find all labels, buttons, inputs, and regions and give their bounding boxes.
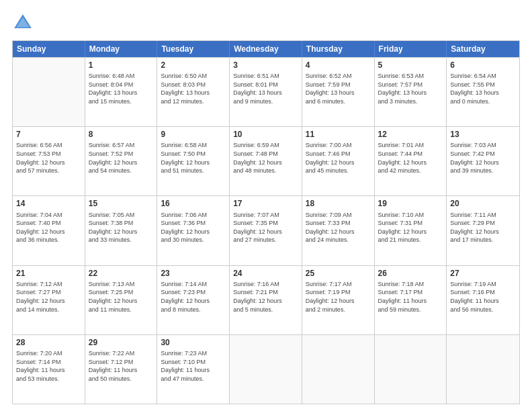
day-number: 13 [450, 129, 516, 140]
day-number: 10 [233, 129, 298, 140]
day-number: 30 [161, 337, 226, 348]
cal-cell-6: 6Sunrise: 6:54 AM Sunset: 7:55 PM Daylig… [447, 58, 519, 126]
header-day-monday: Monday [85, 41, 158, 57]
day-number: 29 [89, 337, 154, 348]
page: SundayMondayTuesdayWednesdayThursdayFrid… [0, 0, 532, 411]
cal-cell-empty-4-4 [302, 335, 375, 404]
cal-cell-9: 9Sunrise: 6:58 AM Sunset: 7:50 PM Daylig… [157, 127, 230, 195]
logo [12, 12, 36, 34]
cal-cell-22: 22Sunrise: 7:13 AM Sunset: 7:25 PM Dayli… [85, 266, 158, 334]
cal-cell-16: 16Sunrise: 7:06 AM Sunset: 7:36 PM Dayli… [157, 196, 230, 265]
day-number: 17 [233, 198, 298, 209]
cell-info: Sunrise: 7:22 AM Sunset: 7:12 PM Dayligh… [89, 349, 154, 383]
cal-cell-12: 12Sunrise: 7:01 AM Sunset: 7:44 PM Dayli… [375, 127, 447, 195]
day-number: 22 [89, 268, 154, 279]
cell-info: Sunrise: 7:19 AM Sunset: 7:16 PM Dayligh… [450, 280, 516, 314]
cal-cell-empty-4-5 [375, 335, 447, 404]
cal-cell-25: 25Sunrise: 7:17 AM Sunset: 7:19 PM Dayli… [302, 266, 375, 334]
cell-info: Sunrise: 6:57 AM Sunset: 7:52 PM Dayligh… [89, 141, 154, 175]
cal-cell-17: 17Sunrise: 7:07 AM Sunset: 7:35 PM Dayli… [230, 196, 302, 265]
cell-info: Sunrise: 6:50 AM Sunset: 8:03 PM Dayligh… [161, 72, 226, 105]
cal-cell-10: 10Sunrise: 6:59 AM Sunset: 7:48 PM Dayli… [230, 127, 302, 195]
cal-cell-19: 19Sunrise: 7:10 AM Sunset: 7:31 PM Dayli… [375, 196, 447, 265]
header-day-tuesday: Tuesday [157, 41, 230, 57]
cell-info: Sunrise: 7:03 AM Sunset: 7:42 PM Dayligh… [450, 141, 516, 175]
cell-info: Sunrise: 7:23 AM Sunset: 7:10 PM Dayligh… [161, 349, 226, 383]
cell-info: Sunrise: 7:01 AM Sunset: 7:44 PM Dayligh… [378, 141, 443, 175]
day-number: 6 [450, 60, 516, 71]
cal-cell-20: 20Sunrise: 7:11 AM Sunset: 7:29 PM Dayli… [447, 196, 519, 265]
day-number: 4 [306, 60, 371, 71]
cal-cell-8: 8Sunrise: 6:57 AM Sunset: 7:52 PM Daylig… [85, 127, 158, 195]
day-number: 18 [306, 198, 371, 209]
day-number: 5 [378, 60, 443, 71]
cell-info: Sunrise: 7:09 AM Sunset: 7:33 PM Dayligh… [306, 211, 371, 244]
day-number: 14 [16, 198, 81, 209]
calendar-header-row: SundayMondayTuesdayWednesdayThursdayFrid… [13, 41, 519, 57]
cell-info: Sunrise: 6:58 AM Sunset: 7:50 PM Dayligh… [161, 141, 226, 175]
header-day-sunday: Sunday [13, 41, 85, 57]
day-number: 20 [450, 198, 516, 209]
cell-info: Sunrise: 6:51 AM Sunset: 8:01 PM Dayligh… [233, 72, 298, 105]
day-number: 8 [89, 129, 154, 140]
header-day-saturday: Saturday [447, 41, 519, 57]
day-number: 26 [378, 268, 443, 279]
calendar-row-2: 7Sunrise: 6:56 AM Sunset: 7:53 PM Daylig… [13, 126, 519, 195]
cal-cell-14: 14Sunrise: 7:04 AM Sunset: 7:40 PM Dayli… [13, 196, 85, 265]
cal-cell-21: 21Sunrise: 7:12 AM Sunset: 7:27 PM Dayli… [13, 266, 85, 334]
header-day-wednesday: Wednesday [230, 41, 302, 57]
day-number: 15 [89, 198, 154, 209]
cell-info: Sunrise: 7:00 AM Sunset: 7:46 PM Dayligh… [306, 141, 371, 175]
calendar: SundayMondayTuesdayWednesdayThursdayFrid… [12, 40, 520, 404]
cal-cell-18: 18Sunrise: 7:09 AM Sunset: 7:33 PM Dayli… [302, 196, 375, 265]
day-number: 2 [161, 60, 226, 71]
cell-info: Sunrise: 7:12 AM Sunset: 7:27 PM Dayligh… [16, 280, 81, 314]
cell-info: Sunrise: 7:17 AM Sunset: 7:19 PM Dayligh… [306, 280, 371, 314]
cal-cell-5: 5Sunrise: 6:53 AM Sunset: 7:57 PM Daylig… [375, 58, 447, 126]
cal-cell-30: 30Sunrise: 7:23 AM Sunset: 7:10 PM Dayli… [157, 335, 230, 404]
cal-cell-26: 26Sunrise: 7:18 AM Sunset: 7:17 PM Dayli… [375, 266, 447, 334]
calendar-row-4: 21Sunrise: 7:12 AM Sunset: 7:27 PM Dayli… [13, 265, 519, 334]
cell-info: Sunrise: 7:10 AM Sunset: 7:31 PM Dayligh… [378, 211, 443, 244]
day-number: 3 [233, 60, 298, 71]
cell-info: Sunrise: 7:13 AM Sunset: 7:25 PM Dayligh… [89, 280, 154, 314]
cal-cell-2: 2Sunrise: 6:50 AM Sunset: 8:03 PM Daylig… [157, 58, 230, 126]
cell-info: Sunrise: 7:18 AM Sunset: 7:17 PM Dayligh… [378, 280, 443, 314]
cell-info: Sunrise: 6:53 AM Sunset: 7:57 PM Dayligh… [378, 72, 443, 105]
day-number: 1 [89, 60, 154, 71]
day-number: 12 [378, 129, 443, 140]
cell-info: Sunrise: 6:59 AM Sunset: 7:48 PM Dayligh… [233, 141, 298, 175]
day-number: 24 [233, 268, 298, 279]
cal-cell-3: 3Sunrise: 6:51 AM Sunset: 8:01 PM Daylig… [230, 58, 302, 126]
day-number: 21 [16, 268, 81, 279]
cell-info: Sunrise: 7:06 AM Sunset: 7:36 PM Dayligh… [161, 211, 226, 244]
day-number: 28 [16, 337, 81, 348]
day-number: 23 [161, 268, 226, 279]
cell-info: Sunrise: 6:52 AM Sunset: 7:59 PM Dayligh… [306, 72, 371, 105]
cal-cell-27: 27Sunrise: 7:19 AM Sunset: 7:16 PM Dayli… [447, 266, 519, 334]
header-day-thursday: Thursday [302, 41, 375, 57]
day-number: 9 [161, 129, 226, 140]
logo-icon [12, 12, 34, 34]
day-number: 27 [450, 268, 516, 279]
cell-info: Sunrise: 7:20 AM Sunset: 7:14 PM Dayligh… [16, 349, 81, 383]
calendar-row-3: 14Sunrise: 7:04 AM Sunset: 7:40 PM Dayli… [13, 195, 519, 265]
cal-cell-empty-4-6 [447, 335, 519, 404]
cal-cell-empty-4-3 [230, 335, 302, 404]
cell-info: Sunrise: 7:16 AM Sunset: 7:21 PM Dayligh… [233, 280, 298, 314]
cal-cell-1: 1Sunrise: 6:48 AM Sunset: 8:04 PM Daylig… [85, 58, 158, 126]
cal-cell-28: 28Sunrise: 7:20 AM Sunset: 7:14 PM Dayli… [13, 335, 85, 404]
cal-cell-23: 23Sunrise: 7:14 AM Sunset: 7:23 PM Dayli… [157, 266, 230, 334]
cell-info: Sunrise: 6:54 AM Sunset: 7:55 PM Dayligh… [450, 72, 516, 105]
calendar-row-1: 1Sunrise: 6:48 AM Sunset: 8:04 PM Daylig… [13, 57, 519, 126]
cal-cell-empty-0-0 [13, 58, 85, 126]
calendar-body: 1Sunrise: 6:48 AM Sunset: 8:04 PM Daylig… [13, 57, 519, 404]
day-number: 16 [161, 198, 226, 209]
cell-info: Sunrise: 7:11 AM Sunset: 7:29 PM Dayligh… [450, 211, 516, 244]
day-number: 19 [378, 198, 443, 209]
day-number: 7 [16, 129, 81, 140]
cell-info: Sunrise: 7:04 AM Sunset: 7:40 PM Dayligh… [16, 211, 81, 244]
cell-info: Sunrise: 6:56 AM Sunset: 7:53 PM Dayligh… [16, 141, 81, 175]
calendar-row-5: 28Sunrise: 7:20 AM Sunset: 7:14 PM Dayli… [13, 334, 519, 404]
cal-cell-15: 15Sunrise: 7:05 AM Sunset: 7:38 PM Dayli… [85, 196, 158, 265]
